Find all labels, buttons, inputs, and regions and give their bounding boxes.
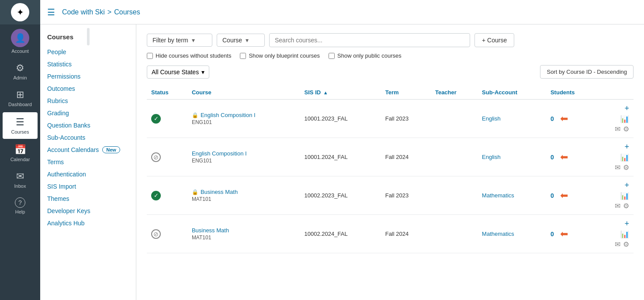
col-course[interactable]: Course <box>187 86 300 100</box>
sidebar-item-admin[interactable]: ⚙ Admin <box>0 58 40 85</box>
settings-icon[interactable]: ⚙ <box>623 240 629 248</box>
search-wrapper <box>269 33 470 47</box>
inbox-icon: ✉ <box>16 171 24 182</box>
state-filter[interactable]: All Course States ▾ <box>147 66 209 79</box>
sidebar-item-help[interactable]: ? Help <box>0 193 40 219</box>
add-icon[interactable]: + <box>624 104 629 113</box>
sidebar-item-themes[interactable]: Themes <box>40 193 136 205</box>
sidebar-item-account-calendars[interactable]: Account Calendars New <box>40 144 136 156</box>
email-icon[interactable]: ✉ <box>615 240 620 248</box>
bar-chart-icon[interactable]: 📊 <box>620 230 629 238</box>
sidebar-item-permissions[interactable]: Permissions <box>40 70 136 83</box>
hide-without-students-label: Hide courses without students <box>156 52 231 59</box>
sidebar-item-grading[interactable]: Grading <box>40 107 136 119</box>
course-code: ENG101 <box>192 158 296 164</box>
settings-icon[interactable]: ⚙ <box>623 163 629 172</box>
arrow-icon: ⬅ <box>560 191 568 200</box>
calendar-icon: 📅 <box>14 144 26 155</box>
bar-chart-icon[interactable]: 📊 <box>620 192 629 200</box>
nav-label-calendar: Calendar <box>10 157 30 162</box>
add-icon[interactable]: + <box>624 142 629 152</box>
col-sub-account[interactable]: Sub-Account <box>478 86 546 100</box>
hide-without-students-checkbox[interactable]: Hide courses without students <box>147 52 231 59</box>
course-cell: 🔒 English Composition I ENG101 <box>187 100 300 138</box>
status-cell: ⊘ <box>147 215 187 253</box>
term-cell: Fall 2024 <box>381 215 431 253</box>
sidebar-item-analytics-hub[interactable]: Analytics Hub <box>40 217 136 229</box>
sidebar-item-people[interactable]: People <box>40 46 136 58</box>
show-blueprint-checkbox[interactable]: Show only blueprint courses <box>240 52 320 59</box>
email-icon[interactable]: ✉ <box>615 163 620 172</box>
sub-account-link[interactable]: Mathematics <box>482 192 514 199</box>
teacher-cell <box>431 138 478 176</box>
status-published-icon: ✓ <box>151 114 161 124</box>
sub-account-link[interactable]: Mathematics <box>482 231 514 237</box>
actions-cell: + 📊 ✉ ⚙ <box>598 215 634 253</box>
sidebar-item-outcomes[interactable]: Outcomes <box>40 83 136 95</box>
sidebar-item-terms[interactable]: Terms <box>40 156 136 168</box>
course-code: MAT101 <box>192 234 296 241</box>
course-code: MAT101 <box>192 196 296 202</box>
bar-chart-icon[interactable]: 📊 <box>620 153 629 162</box>
sidebar-item-statistics[interactable]: Statistics <box>40 58 136 70</box>
search-input[interactable] <box>269 33 470 47</box>
email-icon[interactable]: ✉ <box>615 125 620 133</box>
col-status[interactable]: Status <box>147 86 187 100</box>
students-cell: 0 ⬅ <box>546 215 598 253</box>
add-icon[interactable]: + <box>624 219 629 228</box>
arrow-icon: ⬅ <box>560 152 568 162</box>
breadcrumb-home[interactable]: Code with Ski <box>62 8 105 16</box>
teacher-cell <box>431 100 478 138</box>
show-public-input[interactable] <box>329 53 335 59</box>
bar-chart-icon[interactable]: 📊 <box>620 115 629 123</box>
sidebar-item-authentication[interactable]: Authentication <box>40 168 136 180</box>
sidebar-item-sub-accounts[interactable]: Sub-Accounts <box>40 131 136 144</box>
term-filter-label: Filter by term <box>152 37 188 44</box>
sort-button[interactable]: Sort by Course ID - Descending <box>540 65 634 79</box>
col-students[interactable]: Students <box>546 86 598 100</box>
sidebar-item-developer-keys[interactable]: Developer Keys <box>40 205 136 217</box>
sidebar-item-calendar[interactable]: 📅 Calendar <box>0 140 40 166</box>
show-public-checkbox[interactable]: Show only public courses <box>329 52 402 59</box>
course-cell: English Composition I ENG101 <box>187 138 300 176</box>
sidebar-item-inbox[interactable]: ✉ Inbox <box>0 166 40 193</box>
email-icon[interactable]: ✉ <box>615 202 620 210</box>
show-blueprint-input[interactable] <box>240 53 246 59</box>
breadcrumb-current: Courses <box>114 8 140 16</box>
table-header: Status Course SIS ID ▲ Term Teacher Sub-… <box>147 86 634 100</box>
hamburger-icon[interactable]: ☰ <box>47 7 55 17</box>
course-link[interactable]: Business Math <box>192 227 296 234</box>
col-teacher[interactable]: Teacher <box>431 86 478 100</box>
sidebar-item-rubrics[interactable]: Rubrics <box>40 95 136 107</box>
add-course-button[interactable]: + Course <box>474 33 514 47</box>
col-term[interactable]: Term <box>381 86 431 100</box>
type-filter-chevron-icon: ▾ <box>246 37 249 44</box>
new-badge: New <box>102 146 120 153</box>
global-nav: ✦ 👤 Account ⚙ Admin ⊞ Dashboard ☰ Course… <box>0 0 40 300</box>
state-select-wrapper: All Course States ▾ <box>147 66 209 79</box>
account-avatar: 👤 <box>11 29 29 47</box>
sub-account-link[interactable]: English <box>482 154 501 160</box>
settings-icon[interactable]: ⚙ <box>623 202 629 210</box>
sidebar-item-sis-import[interactable]: SIS Import <box>40 180 136 193</box>
sidebar-item-dashboard[interactable]: ⊞ Dashboard <box>0 85 40 111</box>
add-icon[interactable]: + <box>624 181 629 190</box>
hide-without-students-input[interactable] <box>147 53 153 59</box>
breadcrumb: Code with Ski > Courses <box>62 8 140 16</box>
sort-bar: All Course States ▾ Sort by Course ID - … <box>147 65 634 79</box>
sub-account-link[interactable]: English <box>482 115 501 122</box>
settings-icon[interactable]: ⚙ <box>623 125 629 133</box>
nav-label-account: Account <box>11 48 29 54</box>
sidebar-item-account[interactable]: 👤 Account <box>0 24 40 58</box>
checkbox-row: Hide courses without students Show only … <box>147 52 634 59</box>
course-link[interactable]: 🔒 English Composition I <box>192 112 296 118</box>
sidebar-item-question-banks[interactable]: Question Banks <box>40 119 136 131</box>
course-link[interactable]: English Composition I <box>192 150 296 157</box>
term-filter[interactable]: Filter by term ▾ <box>147 34 212 47</box>
sis-id-cell: 10002.2024_FAL <box>300 215 381 253</box>
course-link[interactable]: 🔒 Business Math <box>192 189 296 195</box>
col-actions <box>598 86 634 100</box>
col-sis-id[interactable]: SIS ID ▲ <box>300 86 381 100</box>
sidebar-item-courses[interactable]: ☰ Courses <box>3 112 38 139</box>
type-filter[interactable]: Course ▾ <box>217 34 265 47</box>
